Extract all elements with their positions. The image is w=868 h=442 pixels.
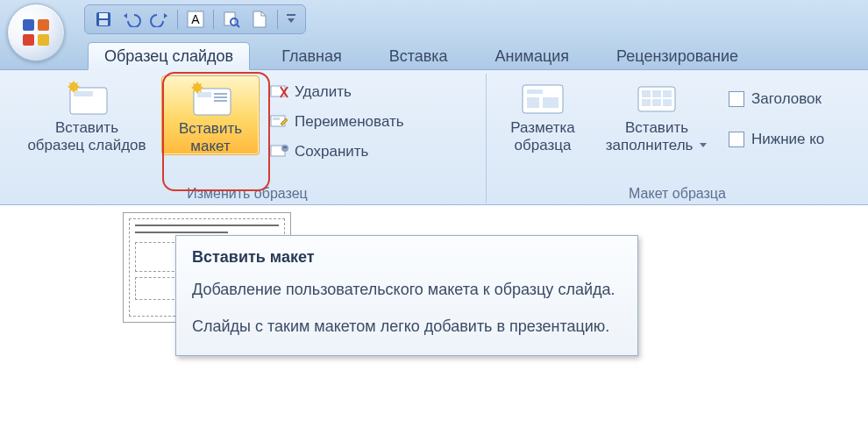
footers-checkbox[interactable]: Нижние ко: [729, 126, 824, 153]
qat-redo-button[interactable]: [146, 7, 173, 32]
svg-rect-38: [663, 99, 672, 106]
rename-button[interactable]: Переименовать: [265, 107, 409, 137]
svg-rect-12: [287, 14, 295, 16]
svg-rect-6: [99, 20, 108, 25]
qat-find-button[interactable]: [218, 7, 245, 32]
tab-label: Образец слайдов: [104, 47, 233, 66]
rename-slide-icon: [270, 113, 289, 131]
redo-icon: [150, 11, 169, 27]
svg-rect-35: [663, 90, 672, 97]
svg-rect-2: [23, 34, 34, 46]
svg-text:A: A: [191, 12, 200, 26]
svg-rect-5: [99, 13, 108, 18]
preserve-icon: [270, 143, 289, 160]
svg-line-11: [237, 25, 239, 27]
svg-rect-24: [273, 118, 280, 120]
ribbon-group-label: Изменить образец: [18, 184, 477, 202]
font-icon: A: [186, 10, 205, 29]
qat-separator: [177, 10, 178, 29]
tooltip-title: Вставить макет: [192, 248, 622, 267]
tooltip-body: Добавление пользовательского макета к об…: [192, 279, 622, 338]
ribbon-tabstrip: Образец слайдов Главная Вставка Анимация…: [0, 39, 868, 70]
qat-new-button[interactable]: [246, 7, 273, 32]
quick-access-toolbar: A: [84, 4, 306, 34]
svg-rect-27: [283, 146, 287, 148]
magnifier-icon: [223, 11, 240, 28]
tab-home[interactable]: Главная: [266, 42, 358, 70]
svg-rect-14: [74, 91, 93, 96]
qat-separator: [277, 10, 278, 29]
tooltip-paragraph: Слайды с таким макетом легко добавить в …: [192, 316, 622, 337]
undo-icon: [122, 11, 141, 27]
svg-rect-31: [543, 97, 559, 108]
qat-undo-button[interactable]: [118, 7, 145, 32]
insert-master-icon: [61, 79, 112, 118]
checkbox-label: Заголовок: [751, 90, 822, 108]
svg-rect-29: [527, 89, 543, 94]
button-label-line2: образца: [515, 137, 572, 153]
master-layout-button[interactable]: Разметка образца: [495, 75, 590, 153]
qat-font-button[interactable]: A: [182, 7, 209, 32]
insert-slide-master-button[interactable]: Вставить образец слайдов: [18, 75, 156, 153]
office-button[interactable]: [7, 4, 65, 61]
tab-animation[interactable]: Анимация: [480, 42, 586, 70]
svg-rect-33: [642, 90, 651, 97]
title-bar: A: [0, 0, 868, 39]
svg-rect-34: [652, 90, 661, 97]
button-label: Сохранить: [295, 143, 368, 160]
preserve-button[interactable]: Сохранить: [265, 137, 409, 167]
save-icon: [95, 11, 112, 28]
svg-rect-16: [197, 92, 211, 97]
button-label-line2: макет: [190, 138, 230, 154]
qat-customize-button[interactable]: [282, 7, 300, 32]
ribbon: Вставить образец слайдов: [0, 70, 868, 205]
tooltip-paragraph: Добавление пользовательского макета к об…: [192, 279, 622, 300]
button-label-line2: заполнитель: [606, 137, 694, 153]
master-layout-icon: [519, 80, 566, 117]
insert-placeholder-button[interactable]: Вставить заполнитель: [595, 75, 718, 153]
qat-save-button[interactable]: [90, 7, 117, 32]
svg-rect-36: [642, 99, 651, 106]
button-label-line1: Разметка: [510, 119, 574, 136]
insert-layout-icon: [185, 80, 236, 118]
insert-layout-button[interactable]: Вставить макет: [161, 75, 260, 155]
tooltip: Вставить макет Добавление пользовательск…: [175, 235, 638, 356]
tab-label: Рецензирование: [616, 47, 738, 66]
tab-slide-master[interactable]: Образец слайдов: [88, 42, 250, 70]
checkbox-icon: [729, 132, 744, 147]
office-logo-icon: [21, 18, 51, 47]
ribbon-group-edit-master: Вставить образец слайдов: [9, 74, 487, 203]
button-label-line1: Вставить: [179, 120, 242, 137]
checkbox-label: Нижние ко: [751, 131, 824, 148]
tab-label: Анимация: [495, 47, 570, 66]
title-checkbox[interactable]: Заголовок: [729, 86, 824, 112]
delete-button[interactable]: Удалить: [265, 77, 409, 107]
button-label: Переименовать: [295, 113, 404, 131]
new-document-icon: [252, 10, 267, 29]
svg-rect-30: [527, 97, 539, 108]
svg-rect-37: [652, 99, 661, 106]
dropdown-arrow-icon: [699, 142, 708, 149]
tab-review[interactable]: Рецензирование: [601, 42, 754, 70]
checkbox-icon: [729, 91, 744, 107]
ribbon-group-master-layout: Разметка образца: [487, 74, 868, 203]
insert-placeholder-icon: [633, 80, 680, 117]
tab-label: Вставка: [389, 47, 448, 66]
svg-rect-1: [38, 19, 49, 31]
svg-rect-3: [38, 34, 49, 46]
button-label-line1: Вставить: [625, 119, 688, 136]
ribbon-group-label: Макет образца: [495, 184, 859, 202]
tab-label: Главная: [281, 47, 342, 66]
button-label-line1: Вставить: [55, 119, 118, 136]
button-label-line2: образец слайдов: [27, 137, 146, 153]
delete-slide-icon: [270, 83, 289, 101]
qat-separator: [213, 10, 214, 29]
svg-rect-0: [23, 19, 34, 31]
chevron-down-bar-icon: [286, 13, 296, 25]
button-label: Удалить: [295, 83, 352, 101]
tab-insert[interactable]: Вставка: [374, 42, 464, 70]
